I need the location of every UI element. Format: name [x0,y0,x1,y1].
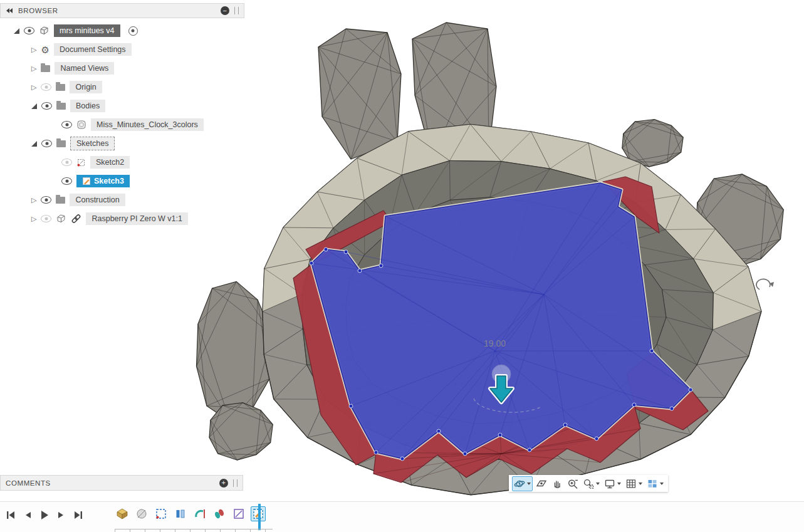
look-at-button[interactable] [535,477,548,491]
visibility-eye-icon[interactable] [41,102,52,110]
folder-icon [56,140,66,147]
browser-item-label[interactable]: Origin [70,81,102,93]
expander-collapsed-icon[interactable]: ▷ [31,46,36,53]
extrude-feature-icon[interactable] [173,506,188,521]
viewports-button[interactable] [645,477,665,491]
minimize-panel-icon[interactable]: − [221,6,229,15]
sketch-feature-1-icon[interactable] [154,506,169,521]
browser-item-label[interactable]: Raspberry PI Zero W v1:1 [86,212,188,225]
grid-display-button[interactable] [624,477,644,491]
timeline-features [115,506,266,521]
dropdown-caret-icon[interactable] [527,482,531,485]
browser-item-label: Sketch3 [94,177,124,185]
grid-icon [625,478,637,489]
expander-collapsed-icon[interactable]: ▷ [31,216,36,222]
browser-item-label[interactable]: Named Views [55,62,114,75]
timeline-playback-controls [6,510,83,520]
browser-item-sketches[interactable]: Sketches [0,134,251,153]
step-back-button[interactable] [24,511,32,519]
navigation-toolbar [509,475,668,492]
browser-item-raspberry-pi[interactable]: ▷ Raspberry PI Zero W v1:1 [0,209,251,228]
folder-icon [56,103,66,110]
collapse-panel-icon[interactable] [6,8,13,14]
dropdown-caret-icon[interactable] [660,482,664,485]
fusion-window: 19.00 BROWSER − mrs minitues v4 ▷ ⚙ Docu… [0,0,804,532]
folder-icon [56,197,65,204]
browser-item-label[interactable]: Document Settings [54,43,132,56]
browser-item-document-settings[interactable]: ▷ ⚙ Document Settings [0,40,251,59]
zoom-window-icon [583,478,594,489]
expand-panel-icon[interactable]: + [219,479,228,488]
pan-hand-icon [551,478,563,489]
browser-item-label[interactable]: Construction [70,194,125,206]
expander-collapsed-icon[interactable]: ▷ [31,84,36,91]
browser-item-origin[interactable]: ▷ Origin [0,78,251,96]
pan-button[interactable] [550,477,564,491]
folder-icon [56,84,65,91]
display-settings-icon [604,478,615,489]
expander-collapsed-icon[interactable]: ▷ [31,65,36,72]
comments-panel-header[interactable]: COMMENTS + [0,475,243,491]
split-body-feature-icon[interactable] [212,506,227,521]
browser-item-label[interactable]: Sketches [70,137,115,150]
activate-component-radio[interactable] [128,26,138,36]
look-at-icon [536,478,547,489]
sketch-icon [76,158,86,167]
visibility-eye-icon[interactable] [61,159,72,166]
revolve-feature-icon[interactable] [192,506,207,521]
sketch-feature-2-icon[interactable] [231,506,246,521]
visibility-eye-icon[interactable] [61,177,72,185]
timeline-position-marker[interactable] [258,504,261,530]
browser-item-root-component[interactable]: mrs minitues v4 [0,21,251,40]
visibility-eye-icon[interactable] [41,196,51,204]
gear-icon: ⚙ [41,45,49,55]
browser-item-label[interactable]: Bodies [70,100,105,112]
sphere-feature-icon[interactable] [134,506,149,521]
browser-item-sketch3[interactable]: Sketch3 [0,172,251,190]
extrude-dimension-value[interactable]: 19.00 [484,338,506,348]
link-chain-icon [71,214,81,224]
go-to-end-button[interactable] [73,511,83,519]
expander-expanded-icon[interactable] [14,28,19,34]
browser-item-label[interactable]: Sketch2 [90,156,130,169]
browser-item-bodies[interactable]: Bodies [0,96,251,115]
sketch-icon [82,177,91,185]
panel-grip-handle[interactable] [234,7,239,14]
insert-mesh-feature-icon[interactable] [115,506,130,521]
component-icon [39,26,50,36]
folder-icon [41,65,50,72]
step-forward-button[interactable] [57,511,65,519]
visibility-eye-icon[interactable] [61,121,72,128]
timeline-track[interactable] [115,529,273,532]
browser-item-mesh-body[interactable]: Miss_Minutes_Clock_3colors [0,115,251,134]
go-to-beginning-button[interactable] [6,511,16,519]
browser-item-sketch2[interactable]: Sketch2 [0,153,251,172]
visibility-eye-icon[interactable] [41,215,51,222]
visibility-eye-icon[interactable] [24,27,34,34]
zoom-button[interactable] [566,477,580,491]
zoom-window-button[interactable] [582,477,601,491]
display-settings-button[interactable] [603,477,622,491]
browser-item-label[interactable]: Miss_Minutes_Clock_3colors [91,118,204,131]
orbit-icon [514,478,525,489]
visibility-eye-icon[interactable] [41,140,52,147]
dropdown-caret-icon[interactable] [639,482,642,485]
timeline-bar [0,501,804,532]
panel-grip-handle[interactable] [233,479,238,487]
orbit-button[interactable] [512,476,533,491]
dropdown-caret-icon[interactable] [617,482,621,485]
selected-sketch-pill[interactable]: Sketch3 [76,175,130,187]
root-component-label[interactable]: mrs minitues v4 [54,24,120,37]
browser-tree: mrs minitues v4 ▷ ⚙ Document Settings ▷ … [0,21,251,228]
browser-panel-header[interactable]: BROWSER − [0,3,244,18]
dropdown-caret-icon[interactable] [596,482,600,485]
browser-item-construction[interactable]: ▷ Construction [0,190,251,209]
viewports-icon [647,478,658,489]
play-button[interactable] [40,510,49,520]
expander-collapsed-icon[interactable]: ▷ [31,197,36,204]
expander-expanded-icon[interactable] [31,141,37,147]
browser-panel-title: BROWSER [18,7,58,14]
browser-item-named-views[interactable]: ▷ Named Views [0,59,251,78]
expander-expanded-icon[interactable] [31,103,37,109]
visibility-eye-icon[interactable] [41,83,51,91]
